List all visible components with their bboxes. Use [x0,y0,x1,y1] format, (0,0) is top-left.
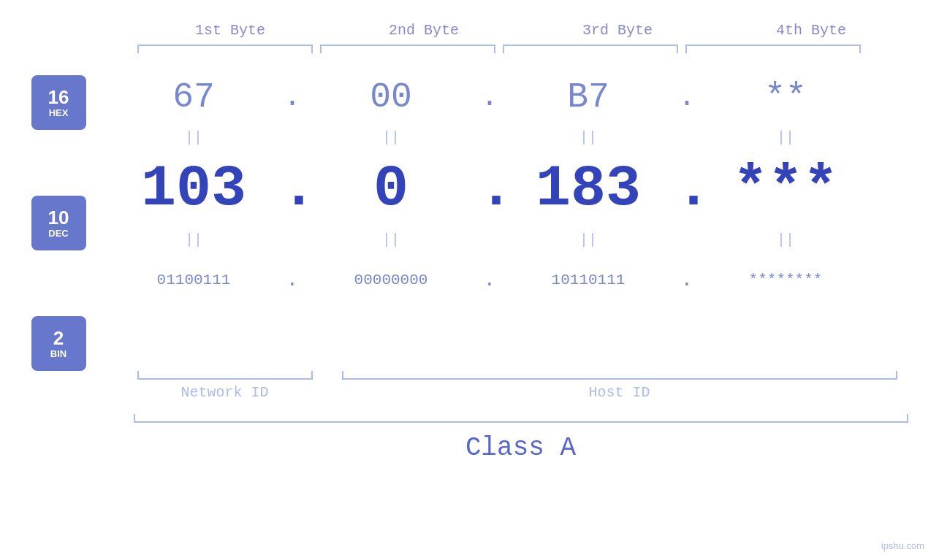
bin-row: 01100111 . 00000000 . 10110111 . *******… [102,250,877,309]
dec-value-2: 0 [303,156,479,222]
byte-header-2: 2nd Byte [351,22,497,39]
bin-dot-2: . [479,269,501,291]
equals-2-3: || [501,231,676,248]
bin-badge-number: 2 [53,328,64,349]
hex-value-3: B7 [501,77,676,117]
equals-row-2: || || || || [102,229,877,250]
hex-dot-2: . [479,81,501,114]
dec-dot-2: . [479,156,501,222]
dec-badge-number: 10 [48,207,69,229]
hex-badge: 16 HEX [31,75,86,130]
hex-value-1: 67 [106,77,281,117]
bin-badge: 2 BIN [31,316,86,371]
dec-badge-label: DEC [48,229,68,239]
top-bracket-2 [320,45,495,53]
bin-dot-3: . [676,269,698,291]
hex-value-4: ** [698,77,873,117]
top-bracket-3 [503,45,678,53]
dec-badge: 10 DEC [31,196,86,250]
network-bottom-bracket [137,371,313,380]
hex-badge-number: 16 [48,87,69,108]
top-bracket-1 [137,45,313,53]
bin-value-2: 00000000 [303,272,479,288]
bin-badge-label: BIN [50,349,66,359]
byte-header-3: 3rd Byte [544,22,691,39]
top-bracket-4 [685,45,861,53]
byte-header-1: 1st Byte [157,22,303,39]
bin-dot-1: . [281,269,303,291]
badges-column: 16 HEX 10 DEC 2 BIN [0,68,102,371]
bin-value-3: 10110111 [501,272,676,288]
equals-row-1: || || || || [102,126,877,148]
network-id-label: Network ID [137,384,313,401]
hex-dot-1: . [281,81,303,114]
footer: ipshu.com [881,540,924,551]
dec-dot-1: . [281,156,303,222]
hex-dot-3: . [676,81,698,114]
equals-2-2: || [303,231,479,248]
equals-2-1: || [106,231,281,248]
bin-value-1: 01100111 [106,272,281,288]
equals-2-4: || [698,231,873,248]
dec-row: 103 . 0 . 183 . *** [102,148,877,229]
dec-value-4: *** [698,156,873,222]
dec-value-1: 103 [106,156,281,222]
equals-1-3: || [501,129,676,146]
dec-dot-3: . [676,156,698,222]
host-bottom-bracket [342,371,897,380]
hex-badge-label: HEX [49,108,69,118]
main-container: 1st Byte 2nd Byte 3rd Byte 4th Byte 16 H… [0,0,939,560]
bottom-brackets-row [134,371,908,380]
dec-value-3: 183 [501,156,676,222]
id-labels-row: Network ID Host ID [134,384,908,401]
bin-value-4: ******** [698,272,873,288]
class-label: Class A [134,433,908,463]
equals-1-2: || [303,129,479,146]
equals-1-4: || [698,129,873,146]
equals-1-1: || [106,129,281,146]
host-id-label: Host ID [342,384,897,401]
byte-header-4: 4th Byte [738,22,884,39]
full-bottom-bracket [134,414,908,423]
hex-value-2: 00 [303,77,479,117]
hex-row: 67 . 00 . B7 . ** [102,68,877,126]
